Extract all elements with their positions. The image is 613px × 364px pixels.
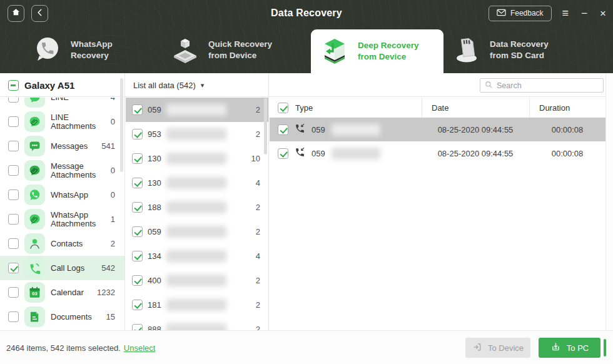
app-window: Data Recovery Feedback ≡ − × bbox=[0, 0, 613, 364]
sidebar-item-line-attachments[interactable]: LINE Attachments 0 bbox=[0, 109, 124, 134]
sidebar-item-contacts[interactable]: Contacts 2 bbox=[0, 231, 124, 256]
duration-column-header: Duration bbox=[529, 98, 605, 118]
line-icon bbox=[24, 98, 45, 108]
whatsapp-icon bbox=[24, 185, 45, 205]
number-group-row[interactable]: 188 2 bbox=[126, 195, 268, 220]
to-pc-icon bbox=[550, 341, 561, 354]
sidebar-item-call-logs[interactable]: Call Logs 542 bbox=[0, 256, 124, 280]
checkbox[interactable] bbox=[132, 104, 143, 115]
checkbox[interactable] bbox=[132, 251, 143, 261]
checkbox[interactable] bbox=[132, 153, 143, 164]
redacted-number bbox=[166, 275, 226, 286]
number-group-panel: List all data (542) ▾ 059 2 953 2 bbox=[126, 73, 269, 330]
tab-quick-recovery[interactable]: Quick Recoveryfrom Device bbox=[170, 26, 298, 73]
messages-icon bbox=[24, 136, 45, 156]
whatsapp-attachments-icon bbox=[24, 209, 45, 230]
checkbox[interactable] bbox=[8, 141, 19, 151]
number-group-row[interactable]: 134 4 bbox=[126, 244, 268, 268]
call-logs-icon bbox=[24, 258, 45, 278]
sidebar-item-whatsapp-attachments[interactable]: WhatsApp Attachments 1 bbox=[0, 207, 124, 231]
checkbox[interactable] bbox=[132, 226, 143, 237]
sidebar-item-whatsapp[interactable]: WhatsApp 0 bbox=[0, 183, 124, 207]
number-list-scrollbar[interactable] bbox=[264, 98, 267, 154]
scroll-accent-strip bbox=[604, 339, 606, 356]
device-checkbox[interactable] bbox=[8, 80, 19, 91]
number-group-row[interactable]: 059 2 bbox=[126, 220, 268, 244]
redacted-number bbox=[166, 226, 226, 238]
type-column-header: Type bbox=[295, 103, 313, 113]
call-log-row[interactable]: 059 08-25-2020 09:44:55 00:00:08 bbox=[270, 118, 605, 141]
selection-summary: 2464 items, 542 items selected. bbox=[6, 343, 121, 353]
search-icon bbox=[485, 80, 493, 91]
redacted-number bbox=[166, 177, 226, 189]
redacted-number bbox=[166, 250, 226, 262]
number-group-list: 059 2 953 2 130 10 1 bbox=[126, 98, 268, 330]
checkbox[interactable] bbox=[8, 98, 19, 103]
checkbox[interactable] bbox=[132, 202, 143, 213]
list-filter-dropdown[interactable]: List all data (542) ▾ bbox=[126, 73, 268, 97]
redacted-number bbox=[166, 128, 226, 140]
sidebar: Galaxy A51 LINE 4 LINE Attachments bbox=[0, 73, 125, 330]
search-input[interactable] bbox=[497, 81, 599, 90]
checkbox[interactable] bbox=[132, 275, 143, 286]
checkbox[interactable] bbox=[8, 116, 19, 127]
number-group-row[interactable]: 400 2 bbox=[126, 268, 268, 293]
number-group-row[interactable]: 181 2 bbox=[126, 293, 268, 317]
redacted-number bbox=[166, 299, 226, 311]
checkbox[interactable] bbox=[8, 263, 19, 273]
feedback-button[interactable]: Feedback bbox=[489, 6, 552, 21]
quick-recovery-icon bbox=[170, 34, 200, 66]
tab-sd-card-recovery[interactable]: Data Recoveryfrom SD Card bbox=[452, 26, 580, 73]
envelope-icon bbox=[497, 9, 506, 18]
number-group-row[interactable]: 130 4 bbox=[126, 171, 268, 195]
number-group-row[interactable]: 130 10 bbox=[126, 146, 268, 171]
sidebar-item-calendar[interactable]: 03 Calendar 1232 bbox=[0, 280, 124, 305]
tab-whatsapp-recovery[interactable]: WhatsAppRecovery bbox=[33, 26, 158, 73]
incoming-call-icon bbox=[295, 147, 305, 160]
sd-card-icon bbox=[452, 34, 482, 66]
sidebar-category-list: LINE 4 LINE Attachments 0 Mess bbox=[0, 98, 124, 330]
checkbox[interactable] bbox=[8, 214, 19, 225]
checkbox[interactable] bbox=[132, 324, 143, 330]
minimize-icon[interactable]: − bbox=[579, 7, 589, 20]
line-attachments-icon bbox=[24, 111, 45, 132]
number-group-row[interactable]: 059 2 bbox=[126, 98, 268, 122]
checkbox[interactable] bbox=[8, 165, 19, 176]
tabbar: WhatsAppRecovery Quick Recoveryfrom Devi… bbox=[0, 26, 613, 73]
date-column-header: Date bbox=[422, 98, 529, 118]
unselect-link[interactable]: Unselect bbox=[124, 343, 156, 353]
table-scrollbar[interactable] bbox=[605, 73, 613, 330]
checkbox[interactable] bbox=[278, 148, 288, 159]
call-log-panel: Type Date Duration 059 08-25-2020 09:44:… bbox=[270, 73, 605, 330]
menu-icon[interactable]: ≡ bbox=[560, 6, 571, 20]
deep-recovery-icon bbox=[320, 35, 350, 68]
tab-label: Data Recoveryfrom SD Card bbox=[490, 39, 549, 61]
number-group-row[interactable]: 953 2 bbox=[126, 122, 268, 146]
tab-deep-recovery[interactable]: Deep Recoveryfrom Device bbox=[311, 29, 443, 73]
sidebar-scrollbar[interactable] bbox=[120, 78, 123, 172]
checkbox[interactable] bbox=[8, 287, 19, 298]
checkbox[interactable] bbox=[132, 129, 143, 139]
to-pc-button[interactable]: To PC bbox=[539, 338, 600, 358]
to-device-button[interactable]: To Device bbox=[465, 338, 530, 358]
checkbox[interactable] bbox=[8, 190, 19, 200]
checkbox[interactable] bbox=[8, 238, 19, 249]
call-log-row[interactable]: 059 08-25-2020 09:44:55 00:00:08 bbox=[270, 141, 605, 165]
device-name: Galaxy A51 bbox=[24, 80, 74, 91]
titlebar: Data Recovery Feedback ≡ − × bbox=[0, 0, 613, 26]
sidebar-item-documents[interactable]: Documents 15 bbox=[0, 305, 124, 329]
select-all-checkbox[interactable] bbox=[278, 103, 288, 113]
svg-text:03: 03 bbox=[32, 291, 37, 296]
caret-down-icon: ▾ bbox=[201, 81, 205, 89]
close-icon[interactable]: × bbox=[598, 7, 608, 20]
checkbox[interactable] bbox=[278, 124, 288, 135]
sidebar-item-line[interactable]: LINE 4 bbox=[0, 98, 124, 109]
sidebar-item-message-attachments[interactable]: Message Attachments 0 bbox=[0, 158, 124, 183]
tab-label: Quick Recoveryfrom Device bbox=[208, 39, 272, 61]
number-group-row[interactable]: 888 2 bbox=[126, 317, 268, 330]
checkbox[interactable] bbox=[8, 311, 19, 322]
checkbox[interactable] bbox=[132, 178, 143, 188]
checkbox[interactable] bbox=[132, 300, 143, 310]
sidebar-item-messages[interactable]: Messages 541 bbox=[0, 134, 124, 158]
search-box bbox=[480, 78, 604, 93]
